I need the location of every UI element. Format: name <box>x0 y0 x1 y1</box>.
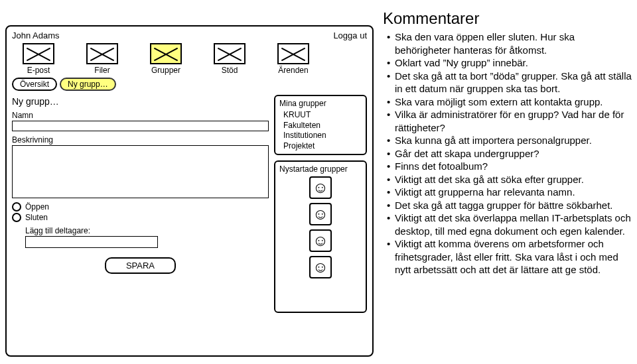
new-groups-panel: Nystartade grupper <box>274 160 367 313</box>
image-placeholder-icon <box>277 43 309 64</box>
avatar-icon[interactable] <box>309 256 332 278</box>
radio-closed[interactable] <box>12 213 21 222</box>
image-placeholder-icon <box>150 43 182 64</box>
tool-label: Filer <box>76 66 129 75</box>
tool-label: Stöd <box>203 66 256 75</box>
comment-item: Viktigt att grupperna har relevanta namn… <box>389 186 632 199</box>
comment-item: Viktigt att det ska gå att söka efter gr… <box>389 173 632 186</box>
form-title: Ny grupp… <box>12 96 269 107</box>
comment-item: Viktigt att komma överens om arbetsforme… <box>389 237 632 276</box>
username: John Adams <box>12 30 60 40</box>
avatar-icon[interactable] <box>309 176 332 199</box>
radio-open[interactable] <box>12 202 21 212</box>
tab-ny-grupp[interactable]: Ny grupp… <box>60 78 116 91</box>
name-label: Namn <box>12 111 269 120</box>
tool-label: Grupper <box>139 66 192 75</box>
tool-stod[interactable]: Stöd <box>203 43 256 75</box>
add-participant-label: Lägg till deltagare: <box>25 226 269 235</box>
avatar-icon[interactable] <box>309 229 332 252</box>
comment-item: Det ska gå att ta bort ”döda” grupper. S… <box>389 70 632 95</box>
tool-arenden[interactable]: Ärenden <box>267 43 320 75</box>
my-groups-title: Mina grupper <box>279 99 362 108</box>
tool-grupper[interactable]: Grupper <box>139 43 192 75</box>
comments-title: Kommentarer <box>383 9 632 28</box>
comment-item: Finns det fotoalbum? <box>389 160 632 173</box>
new-group-form: Ny grupp… Namn Beskrivning Öppen Sluten <box>12 95 269 318</box>
my-groups-panel: Mina grupper KRUUT Fakulteten Institutio… <box>274 95 367 155</box>
group-link[interactable]: Institutionen <box>279 131 362 141</box>
image-placeholder-icon <box>86 43 118 64</box>
tab-oversikt[interactable]: Översikt <box>12 78 57 91</box>
open-label: Öppen <box>25 202 49 212</box>
tool-label: Ärenden <box>267 66 320 75</box>
main-toolbar: E-post Filer Grupper Stöd Ärenden <box>12 43 367 75</box>
comment-item: Ska kunna gå att importera personalgrupp… <box>389 134 632 147</box>
comment-item: Viktigt att det ska överlappa mellan IT-… <box>389 212 632 237</box>
app-title: Portalen <box>7 0 54 1</box>
comment-item: Det ska gå att tagga grupper för bättre … <box>389 199 632 212</box>
comments-pane: Kommentarer Ska den vara öppen eller slu… <box>374 5 632 357</box>
comment-item: Går det att skapa undergrupper? <box>389 147 632 160</box>
comment-item: Ska den vara öppen eller sluten. Hur ska… <box>389 30 632 56</box>
comment-item: Ska vara möjligt som extern att kontakta… <box>389 95 632 109</box>
app-window: John Adams Logga ut E-post Filer Grupper… <box>5 25 374 357</box>
closed-label: Sluten <box>25 213 48 222</box>
name-input[interactable] <box>12 121 269 131</box>
description-input[interactable] <box>12 145 269 198</box>
image-placeholder-icon <box>214 43 246 64</box>
group-link[interactable]: KRUUT <box>279 110 362 121</box>
add-participant-input[interactable] <box>25 236 158 248</box>
comment-item: Vilka är administratörer för en grupp? V… <box>389 108 632 134</box>
tool-epost[interactable]: E-post <box>12 43 65 75</box>
save-button[interactable]: SPARA <box>105 257 176 274</box>
image-placeholder-icon <box>23 43 54 64</box>
sub-tabs: Översikt Ny grupp… <box>12 78 367 91</box>
avatar-icon[interactable] <box>309 203 332 225</box>
tool-label: E-post <box>12 66 65 75</box>
comment-item: Oklart vad ”Ny grupp” innebär. <box>389 56 632 70</box>
tool-filer[interactable]: Filer <box>76 43 129 75</box>
logout-link[interactable]: Logga ut <box>333 30 367 40</box>
description-label: Beskrivning <box>12 135 269 145</box>
group-link[interactable]: Projektet <box>279 141 362 152</box>
new-groups-title: Nystartade grupper <box>279 164 362 174</box>
group-link[interactable]: Fakulteten <box>279 121 362 131</box>
